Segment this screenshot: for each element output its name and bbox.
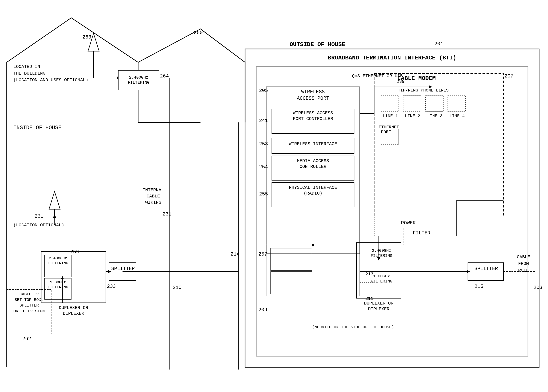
outside-splitter-label: SPLITTER: [469, 266, 504, 272]
wireless-interface-label: WIRELESS INTERFACE: [273, 141, 353, 147]
svg-marker-59: [53, 214, 56, 218]
ref-263: 263: [82, 35, 91, 40]
ref-201: 201: [434, 41, 443, 47]
ref-203: 203: [534, 285, 542, 290]
ref-261: 261: [35, 214, 43, 219]
location-optional-label: (LOCATION OPTIONAL): [13, 223, 64, 228]
svg-rect-19: [271, 248, 312, 270]
ref-255: 255: [259, 191, 268, 197]
svg-rect-15: [448, 96, 466, 111]
line1-label: LINE 1: [381, 113, 399, 119]
wap-controller-label: WIRELESS ACCESSPORT CONTROLLER: [273, 110, 353, 122]
inside-house-label: INSIDE OF HOUSE: [13, 125, 62, 131]
svg-rect-14: [426, 96, 443, 111]
building-filter-box: 2.400GHzFILTERING: [118, 70, 159, 90]
bti-title: BROADBAND TERMINATION INTERFACE (BTI): [258, 55, 526, 61]
outside-house-label: OUTSIDE OF HOUSE: [290, 41, 345, 48]
filter-label: FILTER: [404, 230, 439, 236]
inside-duplexer-label: DUPLEXER ORDIPLEXER: [41, 305, 106, 316]
ref-215: 215: [475, 284, 484, 289]
ethernet-label2: PORT: [381, 130, 391, 134]
svg-rect-18: [266, 245, 360, 296]
located-in-building-label: LOCATED INTHE BUILDING(LOCATION AND USES…: [13, 63, 88, 84]
cable-tv-label: CABLE TVSET TOP BOX,SPLITTEROR TELEVISIO…: [7, 292, 51, 314]
ref-262: 262: [22, 336, 31, 342]
internal-cable-label: INTERNALCABLEWIRING: [142, 187, 164, 206]
cable-from-pole-label: CABLEFROMPOLE: [517, 254, 530, 274]
svg-marker-32: [311, 244, 314, 247]
svg-rect-11: [374, 73, 504, 216]
outside-duplexer-label: DUPLEXER ORDIPLEXER: [356, 301, 401, 312]
outside-100-label: 1.00GHzFILTERING: [361, 274, 402, 284]
power-label: POWER: [401, 220, 416, 226]
mounted-note: (MOUNTED ON THE SIDE OF THE HOUSE): [258, 325, 448, 329]
ref-209: 209: [258, 307, 267, 313]
cable-modem-label: CABLE MODEM: [377, 75, 457, 82]
ref-250: 250: [194, 30, 203, 36]
ref-241: 241: [259, 118, 268, 124]
svg-rect-25: [109, 263, 136, 280]
inside-2400-label: 2.400GHzFILTERING: [44, 256, 71, 266]
svg-marker-56: [49, 191, 60, 209]
inside-100-label: 1.00GHzFILTERING: [44, 280, 71, 290]
ref-214: 214: [231, 252, 240, 257]
ethernet-label: ETHERNET: [379, 125, 399, 130]
wireless-access-port-label: WIRELESSACCESS PORT: [267, 89, 359, 102]
svg-marker-48: [61, 276, 64, 279]
outside-2400-label: 2.400GHzFILTERING: [361, 248, 402, 259]
inside-splitter-label: SPLITTER: [110, 266, 136, 272]
ref-233: 233: [107, 284, 116, 289]
ref-259: 259: [70, 249, 79, 255]
diagram-container: OUTSIDE OF HOUSE 201 BROADBAND TERMINATI…: [0, 0, 548, 392]
ref-254: 254: [259, 164, 268, 170]
mac-label: MEDIA ACCESSCONTROLLER: [273, 158, 353, 170]
svg-rect-20: [271, 272, 312, 294]
line2-label: LINE 2: [404, 113, 421, 119]
ref-231: 231: [163, 211, 171, 217]
svg-rect-17: [403, 227, 439, 245]
tip-ring-label: TIP/RING PHONE LINES: [379, 88, 468, 93]
ref-253: 253: [259, 141, 268, 147]
svg-rect-21: [468, 263, 504, 280]
svg-rect-12: [381, 96, 399, 111]
ref-205: 205: [259, 88, 268, 93]
ref-210: 210: [173, 285, 182, 290]
svg-rect-13: [403, 96, 421, 111]
physical-interface-label: PHYSICAL INTERFACE(RADIO): [273, 185, 353, 196]
ref-257: 257: [258, 252, 267, 257]
ref-264: 264: [160, 73, 169, 79]
line3-label: LINE 3: [426, 113, 444, 119]
line4-label: LINE 4: [448, 113, 466, 119]
ref-207: 207: [505, 73, 513, 79]
